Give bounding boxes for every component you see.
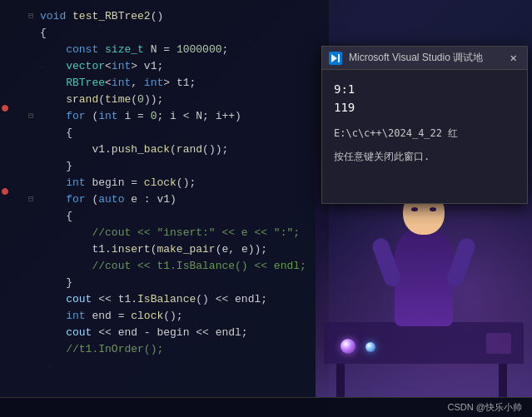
line-content-20: cout << end - begin << endl; (37, 325, 329, 341)
line-content-12: for (auto e : v1) (37, 191, 329, 208)
code-line-7: ⊟ for (int i = 0; i < N; i++) (0, 108, 329, 125)
code-line-18: cout << t1.IsBalance() << endl; (0, 291, 329, 308)
line-content-17: } (37, 275, 329, 291)
code-line-6: srand(time(0)); (0, 92, 329, 108)
line-content-7: for (int i = 0; i < N; i++) (37, 108, 329, 125)
debug-title: Microsoft Visual Studio 调试地 (349, 51, 507, 65)
char-body (395, 226, 453, 326)
code-line-3: const size_t N = 1000000; (0, 42, 329, 58)
orb-1 (341, 339, 355, 354)
line-content-4: vector<int> v1; (37, 58, 329, 75)
line-content-14: //cout << "insert:" << e << ":"; (37, 225, 329, 241)
code-line-16: //cout << t1.IsBalance() << endl; (0, 258, 329, 275)
code-line-4: vector<int> v1; (0, 58, 329, 75)
code-line-15: t1.insert(make_pair(e, e)); (0, 241, 329, 258)
line-content-10: } (37, 158, 329, 175)
code-line-12: ⊟ for (auto e : v1) (0, 191, 329, 208)
line-content-3: const size_t N = 1000000; (37, 42, 329, 58)
line-content-9: v1.push_back(rand()); (37, 141, 329, 158)
debug-titlebar: Microsoft Visual Studio 调试地 ✕ (322, 47, 527, 70)
orb-2 (365, 342, 375, 352)
vs-icon (329, 52, 342, 65)
code-line-14: //cout << "insert:" << e << ":"; (0, 225, 329, 241)
code-line-13: { (0, 208, 329, 225)
line-content-13: { (37, 208, 329, 225)
breakpoint-12 (2, 188, 8, 195)
code-line-21: //t1.InOrder(); (0, 341, 329, 358)
code-line-8: { (0, 125, 329, 141)
debug-output-line1: 9:1 (334, 80, 515, 98)
code-lines: ⊟ void test_RBTree2() { const size_t N =… (0, 8, 329, 358)
line-content-19: int end = clock(); (37, 308, 329, 325)
footer-text: CSDN @快乐小帅 (448, 401, 522, 414)
line-content-5: RBTree<int, int> t1; (37, 75, 329, 92)
debug-close-button[interactable]: ✕ (507, 51, 520, 65)
line-content-21: //t1.InOrder(); (37, 341, 329, 358)
svg-rect-1 (338, 54, 340, 62)
book (486, 333, 511, 354)
footer-bar: CSDN @快乐小帅 (0, 397, 532, 417)
debug-output-line2: 119 (334, 98, 515, 117)
line-content-16: //cout << t1.IsBalance() << endl; (37, 258, 329, 275)
code-line-20: cout << end - begin << endl; (0, 325, 329, 341)
collapse-12[interactable]: ⊟ (25, 191, 37, 208)
table-leg-right (499, 364, 507, 397)
line-content-2: { (37, 25, 329, 42)
line-content-18: cout << t1.IsBalance() << endl; (37, 291, 329, 308)
line-content-6: srand(time(0)); (37, 92, 329, 108)
eye-left (411, 207, 418, 211)
eye-right (430, 207, 436, 211)
table-leg-left (336, 364, 345, 397)
debug-window: Microsoft Visual Studio 调试地 ✕ 9:1 119 E:… (321, 46, 528, 204)
debug-info-line2: 按任意键关闭此窗口. (334, 149, 515, 164)
breakpoint-7 (2, 105, 8, 112)
code-line-2: { (0, 25, 329, 42)
code-line-9: v1.push_back(rand()); (0, 141, 329, 158)
code-line-19: int end = clock(); (0, 308, 329, 325)
code-line-1: ⊟ void test_RBTree2() (0, 8, 329, 25)
svg-marker-0 (331, 54, 337, 62)
code-line-17: } (0, 275, 329, 291)
line-content-11: int begin = clock(); (37, 175, 329, 191)
debug-info-line1: E:\c\c++\2024_4_22 红 (334, 126, 515, 141)
collapse-1[interactable]: ⊟ (25, 8, 37, 25)
debug-body: 9:1 119 E:\c\c++\2024_4_22 红 按任意键关闭此窗口. (322, 70, 527, 203)
code-line-10: } (0, 158, 329, 175)
collapse-7[interactable]: ⊟ (25, 108, 37, 125)
code-line-11: int begin = clock(); (0, 175, 329, 191)
line-content-1: void test_RBTree2() (37, 8, 329, 25)
code-editor: ⊟ void test_RBTree2() { const size_t N =… (0, 0, 329, 417)
line-content-8: { (37, 125, 329, 141)
code-line-5: RBTree<int, int> t1; (0, 75, 329, 92)
line-content-15: t1.insert(make_pair(e, e)); (37, 241, 329, 258)
